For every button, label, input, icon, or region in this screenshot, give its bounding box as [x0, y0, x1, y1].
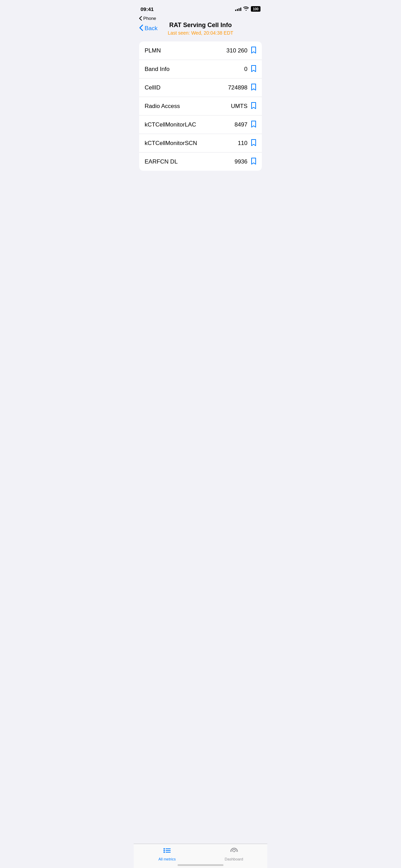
row-right-2: 724898 — [228, 83, 256, 92]
wifi-icon — [243, 7, 249, 12]
row-label-1: Band Info — [145, 66, 170, 73]
page-subtitle: Last seen: Wed, 20:04:38 EDT — [168, 30, 233, 36]
bookmark-icon-6[interactable] — [251, 157, 256, 166]
row-label-0: PLMN — [145, 47, 161, 54]
row-value-0: 310 260 — [227, 47, 247, 54]
table-row: Radio Access UMTS — [139, 97, 262, 116]
status-time: 09:41 — [141, 6, 154, 12]
page-title: RAT Serving Cell Info — [168, 21, 233, 29]
page-header: RAT Serving Cell Info Last seen: Wed, 20… — [168, 21, 233, 35]
table-row: kCTCellMonitorLAC 8497 — [139, 116, 262, 134]
table-row: EARFCN DL 9936 — [139, 153, 262, 171]
nav-row: Back RAT Serving Cell Info Last seen: We… — [134, 21, 267, 36]
bookmark-icon-0[interactable] — [251, 46, 256, 55]
row-right-6: 9936 — [234, 157, 256, 166]
status-bar: 09:41 100 — [134, 0, 267, 15]
row-right-0: 310 260 — [227, 46, 256, 55]
bookmark-icon-1[interactable] — [251, 65, 256, 73]
row-label-4: kCTCellMonitorLAC — [145, 121, 196, 128]
table-row: kCTCellMonitorSCN 110 — [139, 134, 262, 153]
row-label-6: EARFCN DL — [145, 158, 178, 165]
table-row: Band Info 0 — [139, 60, 262, 79]
status-icons: 100 — [235, 6, 260, 12]
bookmark-icon-4[interactable] — [251, 120, 256, 129]
row-right-4: 8497 — [234, 120, 256, 129]
row-label-2: CellID — [145, 84, 160, 91]
bookmark-icon-3[interactable] — [251, 102, 256, 110]
back-chevron-icon — [139, 24, 143, 32]
battery-icon: 100 — [251, 6, 260, 12]
signal-bars-icon — [235, 7, 241, 11]
phone-label-row: Phone — [134, 15, 267, 21]
row-value-2: 724898 — [228, 84, 247, 91]
row-right-1: 0 — [244, 65, 256, 73]
bookmark-icon-5[interactable] — [251, 139, 256, 147]
row-right-5: 110 — [238, 139, 256, 147]
row-value-1: 0 — [244, 66, 247, 73]
row-value-4: 8497 — [234, 121, 247, 128]
row-value-6: 9936 — [234, 158, 247, 165]
row-label-3: Radio Access — [145, 103, 180, 110]
info-card: PLMN 310 260 Band Info 0 CellID 724898 — [139, 41, 262, 171]
table-row: CellID 724898 — [139, 79, 262, 97]
row-label-5: kCTCellMonitorSCN — [145, 140, 197, 147]
row-right-3: UMTS — [231, 102, 256, 110]
back-label: Back — [145, 25, 158, 32]
back-button[interactable]: Back — [139, 24, 158, 34]
bookmark-icon-2[interactable] — [251, 83, 256, 92]
row-value-3: UMTS — [231, 103, 247, 110]
phone-label: Phone — [139, 16, 156, 21]
table-row: PLMN 310 260 — [139, 41, 262, 60]
row-value-5: 110 — [238, 140, 247, 147]
